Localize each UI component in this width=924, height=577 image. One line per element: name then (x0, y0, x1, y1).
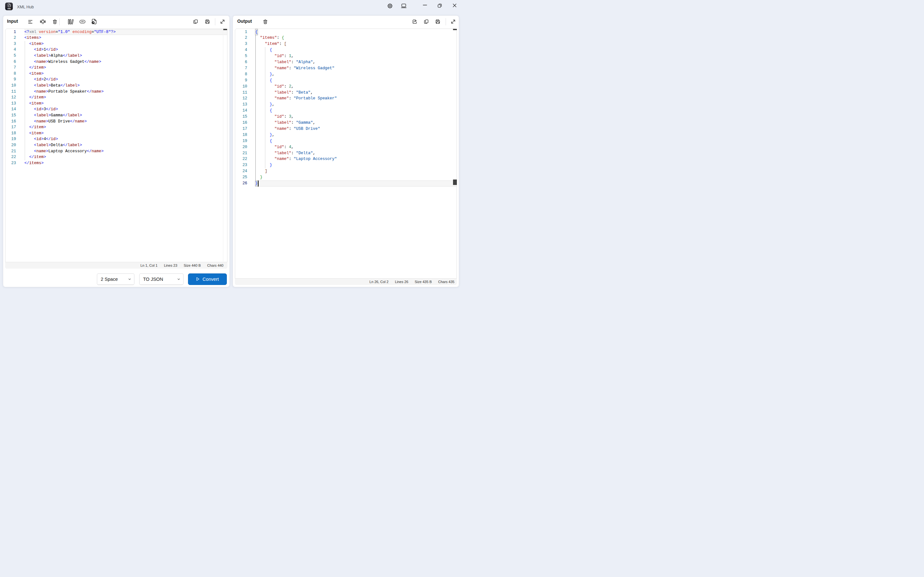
svg-text:XML: XML (7, 8, 11, 10)
